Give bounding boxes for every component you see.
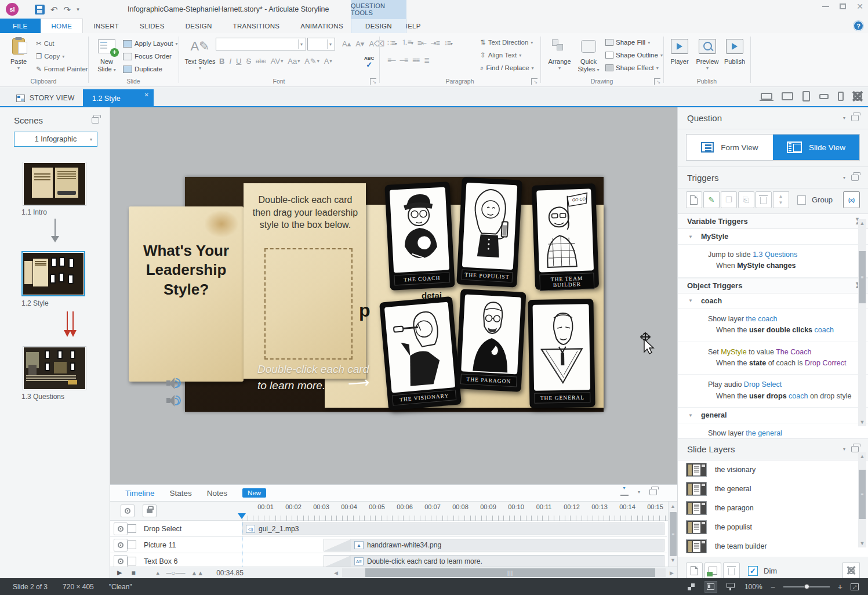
format-painter-button[interactable]: ✎Format Painter [36,63,88,75]
scene-dropdown[interactable]: 1 Infographic▾ [14,132,97,147]
tab-transitions[interactable]: TRANSITIONS [223,19,290,33]
bullets-icon[interactable]: ∷≡▾ [385,39,399,47]
timeline-float-panel-icon[interactable] [649,489,657,495]
new-layer-button[interactable] [686,563,703,579]
line-spacing-icon[interactable]: ↕≡▾ [442,39,455,47]
trigger-group-header[interactable]: ▼general [678,408,868,423]
tablet-landscape-icon[interactable] [782,92,793,100]
timeline-zoom-slider[interactable]: ─○── [166,569,186,577]
underline-button[interactable]: U [234,55,244,67]
card-the-team-builder[interactable]: GO CO. THE TEAM BUILDER [532,183,599,290]
audio-object-speaker-icon[interactable] [166,377,180,390]
scrollbar-thumb[interactable]: ≡ [859,470,866,519]
slide-canvas[interactable]: What's Your Leadership Style? Double-cli… [110,107,677,484]
drop-zone[interactable] [264,248,353,360]
apply-layout-button[interactable]: Apply Layout▾ [123,38,178,49]
tab-insert[interactable]: INSERT [83,19,129,33]
timeline-horizontal-scrollbar[interactable]: ◀ ||| ▶ [342,568,666,577]
focus-order-button[interactable]: Focus Order [123,50,172,62]
close-button[interactable]: ✕ [856,2,863,10]
question-caret-icon[interactable]: ▾ [843,115,845,121]
publish-button[interactable]: Publish [721,37,748,77]
phone-portrait-icon[interactable] [838,92,844,101]
show-all-eye-button[interactable] [121,505,135,517]
font-name-combobox[interactable]: ▾ [216,38,306,50]
copy-trigger-button[interactable]: ❐ [721,191,737,208]
audio-object-speaker-icon[interactable] [166,394,180,407]
justify-icon[interactable]: ≣ [422,56,431,64]
layer-row[interactable]: the team builder [678,537,868,556]
layer-row[interactable]: the populist [678,518,868,537]
timeline-clip-bar[interactable]: ▲handdrawn-white34.png [350,539,664,552]
zoom-slider-thumb[interactable] [804,584,809,589]
collapse-caret-icon[interactable]: ▼ [688,234,693,240]
story-view-tab[interactable]: STORY VIEW [16,90,75,106]
trigger-item[interactable]: Set MyStyle to value The CoachWhen the s… [678,342,868,375]
laptop-preview-icon[interactable] [761,93,772,100]
timeline-object-name[interactable]: Picture 11 [144,537,237,553]
increase-indent-icon[interactable]: ⇥≡ [428,39,442,47]
card-the-visionary[interactable]: THE VISIONARY [379,296,462,411]
timeline-row[interactable]: Picture 11▲handdrawn-white34.png [110,537,667,553]
slide-stage[interactable]: What's Your Leadership Style? Double-cli… [185,177,604,412]
zoom-slider[interactable] [783,586,830,587]
qat-customize-caret[interactable]: ▾ [77,6,79,12]
timeline-ruler[interactable]: 00:0100:0200:0300:0400:0500:0600:0700:08… [242,502,667,521]
triggers-float-panel-icon[interactable] [851,175,859,181]
font-size-combobox[interactable]: ▾ [307,38,335,50]
arrange-button[interactable]: Arrange▾ [545,37,574,77]
change-case-button[interactable]: Aa▾ [285,55,302,67]
title-page[interactable]: What's Your Leadership Style? [129,206,244,382]
close-tab-icon[interactable]: ✕ [144,92,149,98]
edit-trigger-button[interactable]: ✎ [703,191,720,208]
slide-layers-caret-icon[interactable]: ▾ [843,447,845,452]
new-slide-button[interactable]: + NewSlide ▾ [93,37,121,77]
scrollbar-thumb[interactable]: ≡ [670,512,677,556]
scrollbar-thumb[interactable]: ≡ [859,251,866,303]
collapse-caret-icon[interactable]: ▼ [688,298,693,303]
presenter-view-icon[interactable] [725,582,736,592]
undo-icon[interactable]: ↶ [50,5,58,14]
scenes-float-panel-icon[interactable] [92,117,99,124]
scene-label-intro[interactable]: 1.1 Intro [21,208,47,216]
manage-variables-button[interactable]: (x) [843,191,860,208]
align-center-icon[interactable]: ─≡ [398,56,411,64]
scroll-up-icon[interactable]: ▲ [858,453,866,459]
zoom-in-timeline-icon[interactable]: ▲▲ [191,569,204,576]
tablet-portrait-icon[interactable] [802,91,810,101]
layer-row[interactable]: the paragon [678,499,868,518]
layer-options-button[interactable] [842,563,860,579]
tab-design[interactable]: DESIGN [175,19,223,33]
zoom-in-icon[interactable]: + [838,582,842,592]
paste-trigger-button[interactable]: ⎗ [738,191,754,208]
preview-settings-gear-icon[interactable] [853,92,862,101]
tab-notes[interactable]: Notes [207,489,227,498]
save-icon[interactable] [35,5,45,14]
timeline-row[interactable]: Drop Select◁)gui_2_1.mp3 [110,521,667,537]
subscript-button[interactable]: abc [253,55,268,67]
delete-layer-button[interactable] [723,563,740,579]
grow-font-icon[interactable]: A▴ [340,38,353,49]
card-the-paragon[interactable]: THE PARAGON [456,289,526,392]
phone-landscape-icon[interactable] [819,94,829,99]
group-checkbox[interactable] [797,195,806,205]
play-button[interactable]: ▶ [117,569,122,576]
trigger-item[interactable]: Show layer the general [678,423,868,438]
text-styles-button[interactable]: A✎ Text Styles▾ [184,37,216,77]
slide-view-button[interactable]: Slide View [773,135,859,160]
scroll-right-icon[interactable]: ▶ [670,570,674,576]
row-visibility-eye-button[interactable] [114,539,128,552]
scene-thumbnail-intro[interactable] [23,162,86,206]
help-icon[interactable]: ? [854,21,863,31]
fit-to-window-icon[interactable]: ⤢ [851,583,859,590]
scene-label-style[interactable]: 1.2 Style [21,299,49,307]
timeline-options-caret-icon[interactable]: ▾ [638,489,640,495]
shape-fill-button[interactable]: Shape Fill▾ [605,37,650,48]
scroll-left-icon[interactable]: ◀ [334,570,338,576]
timeline-vertical-scrollbar[interactable]: ▲ ≡ ▼ [668,502,677,577]
tab-file[interactable]: FILE [0,19,41,33]
zoom-out-icon[interactable]: − [771,582,775,592]
shape-effect-button[interactable]: Shape Effect▾ [605,62,659,74]
highlight-color-button[interactable]: A✎▾ [302,55,322,67]
trigger-group-header[interactable]: ▼coach [678,293,868,309]
